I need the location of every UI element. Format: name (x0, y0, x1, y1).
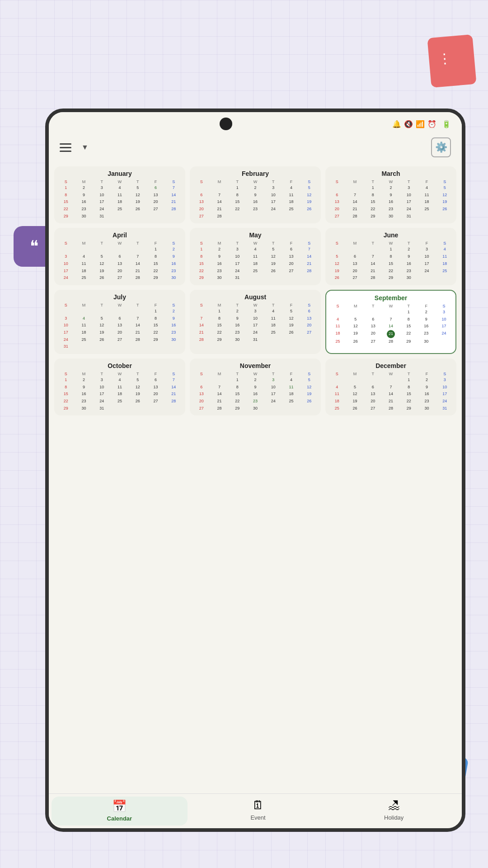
day-cell[interactable]: 12 (93, 260, 111, 268)
day-cell[interactable]: 30 (75, 405, 93, 412)
day-cell-sat[interactable]: 17 (436, 391, 454, 398)
day-cell[interactable]: 4 (264, 308, 282, 315)
day-cell[interactable]: 10 (418, 253, 436, 260)
day-cell[interactable]: 18 (75, 329, 93, 336)
day-cell-sun[interactable]: 6 (192, 192, 211, 199)
day-cell[interactable]: 7 (346, 192, 364, 199)
day-cell[interactable]: 22 (364, 206, 382, 213)
month-card-september[interactable]: SeptemberSMTWTFS123456789101112131415161… (325, 290, 456, 354)
day-cell[interactable]: 25 (75, 336, 93, 344)
day-cell[interactable]: 26 (129, 206, 147, 213)
day-cell[interactable]: 6 (364, 316, 382, 323)
day-cell[interactable]: 9 (246, 384, 264, 391)
day-cell-sun[interactable]: 15 (57, 198, 75, 206)
day-cell[interactable]: 14 (346, 198, 364, 206)
day-cell[interactable]: 13 (364, 323, 382, 330)
day-cell[interactable]: 21 (129, 329, 147, 336)
day-cell-sun[interactable]: 11 (329, 323, 347, 330)
day-cell-sat[interactable]: 21 (164, 391, 183, 398)
day-cell[interactable]: 28 (129, 274, 147, 282)
day-cell[interactable]: 19 (347, 330, 364, 338)
day-cell-sat[interactable]: 26 (300, 398, 318, 405)
day-cell-sun[interactable]: 28 (192, 336, 211, 344)
day-cell-sat[interactable]: 7 (164, 377, 183, 384)
day-cell[interactable]: 2 (246, 377, 264, 384)
day-cell[interactable]: 19 (129, 198, 147, 206)
day-cell[interactable]: 18 (111, 198, 129, 206)
day-cell-sat[interactable]: 28 (164, 398, 183, 405)
day-cell[interactable]: 6 (346, 253, 364, 260)
day-cell-sat[interactable]: 28 (164, 206, 183, 213)
day-cell[interactable]: 5 (282, 308, 300, 315)
day-cell-sat[interactable]: 19 (300, 391, 318, 398)
day-cell[interactable]: 25 (111, 206, 129, 213)
day-cell[interactable]: 30 (75, 213, 93, 220)
day-cell[interactable]: 1 (147, 246, 165, 253)
day-cell-holiday[interactable]: 14 (382, 323, 399, 330)
day-cell-sun[interactable]: 29 (57, 213, 75, 220)
day-cell[interactable]: 14 (211, 198, 229, 206)
day-cell[interactable]: 16 (418, 391, 436, 398)
day-cell[interactable]: 24 (400, 206, 418, 213)
day-cell-sat[interactable]: 30 (164, 336, 183, 344)
month-card-march[interactable]: MarchSMTWTFS1234567891011121314151617181… (325, 166, 456, 223)
day-cell-sat[interactable]: 23 (164, 329, 183, 336)
day-cell[interactable]: 8 (147, 253, 165, 260)
day-cell-sat[interactable]: 6 (300, 308, 318, 315)
day-cell-sat[interactable]: 4 (436, 246, 454, 253)
day-cell[interactable]: 19 (93, 268, 111, 275)
day-cell[interactable]: 22 (228, 398, 246, 405)
day-cell[interactable]: 8 (400, 384, 418, 391)
day-cell[interactable]: 25 (246, 268, 264, 275)
day-cell[interactable]: 25 (264, 329, 282, 336)
day-cell[interactable]: 7 (129, 253, 147, 260)
day-cell[interactable]: 17 (264, 198, 282, 206)
day-cell-sun[interactable]: 8 (57, 192, 75, 199)
day-cell[interactable]: 21 (211, 206, 229, 213)
day-cell[interactable]: 8 (228, 384, 246, 391)
day-cell[interactable]: 10 (93, 384, 111, 391)
day-cell[interactable]: 13 (147, 384, 165, 391)
day-cell[interactable]: 23 (400, 268, 418, 275)
day-cell-sat[interactable]: 5 (436, 184, 454, 192)
day-cell-holiday[interactable]: 4 (75, 315, 93, 322)
day-cell[interactable]: 31 (246, 336, 264, 344)
day-cell[interactable]: 20 (364, 398, 382, 405)
day-cell-sun[interactable]: 7 (192, 315, 211, 322)
day-cell[interactable]: 3 (246, 308, 264, 315)
settings-button[interactable]: ⚙️ (431, 137, 451, 157)
day-cell-sat[interactable]: 16 (164, 322, 183, 329)
day-cell[interactable]: 11 (264, 315, 282, 322)
day-cell[interactable]: 30 (418, 405, 436, 412)
day-cell-sun[interactable]: 18 (329, 330, 347, 338)
day-cell-holiday[interactable]: 6 (147, 184, 165, 192)
day-cell[interactable]: 3 (418, 246, 436, 253)
day-cell[interactable]: 3 (228, 246, 246, 253)
day-cell[interactable]: 16 (418, 323, 435, 330)
day-cell[interactable]: 20 (282, 260, 300, 268)
day-cell[interactable]: 20 (111, 329, 129, 336)
day-cell[interactable]: 14 (211, 391, 229, 398)
day-cell[interactable]: 16 (246, 391, 264, 398)
day-cell[interactable]: 4 (418, 184, 436, 192)
day-cell[interactable]: 31 (93, 213, 111, 220)
day-cell[interactable]: 26 (93, 274, 111, 282)
year-selector[interactable]: ▼ (79, 143, 89, 151)
day-cell-sun[interactable]: 12 (328, 260, 346, 268)
day-cell-sun[interactable]: 6 (328, 192, 346, 199)
menu-button[interactable] (60, 143, 71, 152)
day-cell[interactable]: 28 (346, 213, 364, 220)
day-cell[interactable]: 11 (111, 384, 129, 391)
day-cell[interactable]: 29 (147, 274, 165, 282)
day-cell[interactable]: 30 (400, 274, 418, 282)
day-cell-sun[interactable]: 6 (192, 384, 211, 391)
day-cell[interactable]: 9 (400, 253, 418, 260)
day-cell[interactable]: 24 (246, 329, 264, 336)
day-cell[interactable]: 2 (382, 184, 400, 192)
day-cell[interactable]: 23 (228, 329, 246, 336)
day-cell[interactable]: 20 (111, 268, 129, 275)
month-card-october[interactable]: OctoberSMTWTFS12345678910111213141516171… (54, 359, 185, 415)
day-cell[interactable]: 9 (228, 315, 246, 322)
day-cell-sun[interactable]: 20 (328, 206, 346, 213)
day-cell[interactable]: 8 (400, 316, 418, 323)
